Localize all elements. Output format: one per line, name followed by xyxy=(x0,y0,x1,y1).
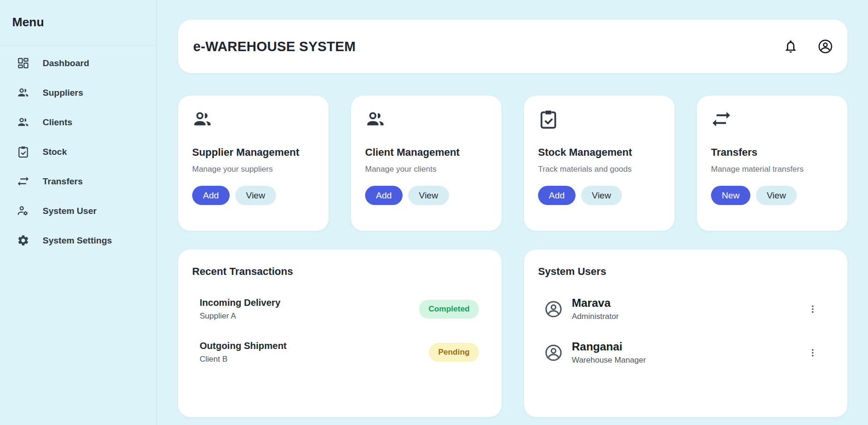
transaction-info: Outgoing Shipment Client B xyxy=(200,341,287,364)
sidebar-item-label: Stock xyxy=(43,147,67,157)
clipboard-check-icon xyxy=(17,145,30,158)
card-title: Transfers xyxy=(711,146,833,159)
card-transfers: Transfers Manage material transfers New … xyxy=(697,96,847,231)
sidebar-item-label: System User xyxy=(43,206,97,216)
notification-bell-icon[interactable] xyxy=(783,38,799,54)
card-stock-management: Stock Management Track materials and goo… xyxy=(524,96,674,231)
user-role: Administrator xyxy=(572,312,619,321)
view-button[interactable]: View xyxy=(581,186,622,205)
header-bar: e-WAREHOUSE SYSTEM xyxy=(178,20,847,73)
card-title: Stock Management xyxy=(538,146,660,159)
user-role: Warehouse Manager xyxy=(572,356,646,365)
system-users-card: System Users Marava Administrator Rangan… xyxy=(524,250,847,417)
transaction-subtitle: Client B xyxy=(200,355,287,364)
add-button[interactable]: Add xyxy=(192,186,230,205)
user-row: Ranganai Warehouse Manager xyxy=(538,340,831,365)
sidebar-item-label: Transfers xyxy=(43,176,83,187)
sidebar-header: Menu xyxy=(0,0,156,46)
main-content: e-WAREHOUSE SYSTEM Supplier Management M… xyxy=(157,0,868,425)
clipboard-check-icon xyxy=(538,109,559,129)
transaction-title: Incoming Delivery xyxy=(200,297,280,308)
card-supplier-management: Supplier Management Manage your supplier… xyxy=(178,96,329,231)
account-circle-icon[interactable] xyxy=(817,38,833,54)
view-button[interactable]: View xyxy=(756,186,797,205)
section-title: System Users xyxy=(538,266,831,278)
sidebar-item-stock[interactable]: Stock xyxy=(0,137,156,167)
new-button[interactable]: New xyxy=(711,186,750,205)
card-buttons: Add View xyxy=(192,186,314,205)
kebab-menu-icon[interactable] xyxy=(807,301,818,318)
person-gear-icon xyxy=(17,205,30,217)
kebab-menu-icon[interactable] xyxy=(807,344,818,361)
card-subtitle: Manage your clients xyxy=(365,165,487,174)
status-badge: Pending xyxy=(429,343,479,362)
people-icon xyxy=(17,116,30,129)
user-row: Marava Administrator xyxy=(538,296,831,321)
sidebar-item-dashboard[interactable]: Dashboard xyxy=(0,48,156,78)
sidebar-item-system-settings[interactable]: System Settings xyxy=(0,226,156,255)
sidebar-item-label: Dashboard xyxy=(43,58,89,68)
people-icon xyxy=(17,86,30,99)
transaction-row: Outgoing Shipment Client B Pending xyxy=(192,341,486,364)
transaction-title: Outgoing Shipment xyxy=(200,341,287,351)
sidebar-item-label: Suppliers xyxy=(43,88,83,98)
people-icon xyxy=(192,109,213,129)
sidebar-title: Menu xyxy=(12,15,144,30)
sidebar-item-clients[interactable]: Clients xyxy=(0,107,156,137)
view-button[interactable]: View xyxy=(408,186,449,205)
card-title: Client Management xyxy=(365,146,487,159)
people-icon xyxy=(365,109,386,129)
add-button[interactable]: Add xyxy=(538,186,576,205)
gear-icon xyxy=(17,234,30,247)
card-subtitle: Track materials and goods xyxy=(538,165,660,174)
sidebar-item-system-user[interactable]: System User xyxy=(0,196,156,226)
transfer-arrows-icon xyxy=(711,109,732,129)
transfer-arrows-icon xyxy=(17,175,30,188)
transaction-subtitle: Supplier A xyxy=(200,311,280,321)
account-circle-icon xyxy=(545,300,562,318)
sidebar-item-label: System Settings xyxy=(43,235,112,246)
transaction-row: Incoming Delivery Supplier A Completed xyxy=(192,297,486,321)
view-button[interactable]: View xyxy=(235,186,276,205)
dashboard-grid: Supplier Management Manage your supplier… xyxy=(178,96,847,417)
card-buttons: New View xyxy=(711,186,833,205)
card-buttons: Add View xyxy=(365,186,487,205)
app-root: Menu Dashboard Suppliers Clients Stock T… xyxy=(0,0,868,425)
sidebar-nav: Dashboard Suppliers Clients Stock Transf… xyxy=(0,46,156,255)
sidebar-item-suppliers[interactable]: Suppliers xyxy=(0,78,156,107)
sidebar: Menu Dashboard Suppliers Clients Stock T… xyxy=(0,0,157,425)
card-title: Supplier Management xyxy=(192,146,314,159)
page-title: e-WAREHOUSE SYSTEM xyxy=(193,39,356,54)
card-buttons: Add View xyxy=(538,186,660,205)
card-client-management: Client Management Manage your clients Ad… xyxy=(351,96,501,231)
user-info: Marava Administrator xyxy=(572,296,619,321)
user-info: Ranganai Warehouse Manager xyxy=(572,340,646,365)
user-name: Marava xyxy=(572,296,619,310)
card-subtitle: Manage your suppliers xyxy=(192,165,314,174)
header-actions xyxy=(783,38,833,54)
user-name: Ranganai xyxy=(572,340,646,353)
transaction-info: Incoming Delivery Supplier A xyxy=(200,297,280,321)
dashboard-icon xyxy=(17,57,30,69)
add-button[interactable]: Add xyxy=(365,186,403,205)
recent-transactions-card: Recent Transactions Incoming Delivery Su… xyxy=(178,250,501,417)
status-badge: Completed xyxy=(419,300,479,319)
sidebar-item-label: Clients xyxy=(43,117,72,128)
account-circle-icon xyxy=(545,344,562,362)
card-subtitle: Manage material transfers xyxy=(711,165,833,174)
section-title: Recent Transactions xyxy=(192,266,486,278)
sidebar-item-transfers[interactable]: Transfers xyxy=(0,167,156,196)
